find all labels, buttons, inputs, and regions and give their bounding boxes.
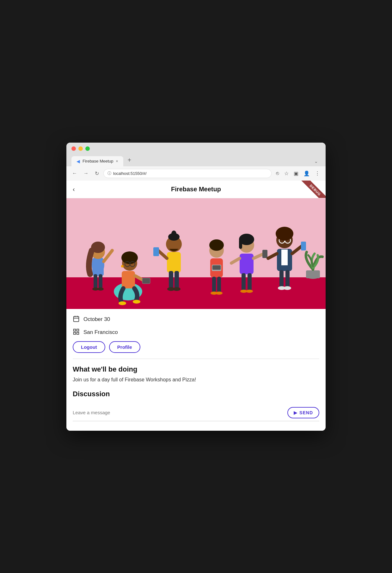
send-label: SEND bbox=[299, 410, 313, 415]
debug-ribbon: DEBUG bbox=[298, 181, 326, 198]
svg-rect-37 bbox=[212, 277, 216, 293]
svg-point-58 bbox=[276, 227, 293, 241]
svg-rect-2 bbox=[92, 258, 104, 276]
svg-rect-5 bbox=[94, 274, 97, 288]
content-section: What we'll be doing Join us for a day fu… bbox=[66, 365, 326, 407]
security-icon: ⓘ bbox=[107, 171, 111, 176]
svg-rect-62 bbox=[279, 270, 284, 287]
svg-rect-11 bbox=[122, 271, 135, 288]
tabs-chevron[interactable]: ⌄ bbox=[312, 156, 321, 166]
svg-point-51 bbox=[246, 290, 253, 293]
svg-rect-67 bbox=[306, 270, 320, 278]
svg-rect-22 bbox=[167, 252, 181, 273]
svg-point-8 bbox=[97, 287, 104, 291]
svg-rect-26 bbox=[169, 271, 173, 288]
debug-label: DEBUG bbox=[302, 181, 326, 198]
info-section: October 30 San Francisco Logout Profile bbox=[66, 309, 326, 359]
toolbar-actions: ⎋ ☆ ▣ 👤 ⋮ bbox=[274, 169, 322, 178]
app-title: Firebase Meetup bbox=[171, 186, 221, 193]
active-tab[interactable]: ◀ Firebase Meetup × bbox=[71, 156, 123, 166]
svg-point-40 bbox=[216, 292, 223, 295]
tab-favicon: ◀ bbox=[77, 159, 80, 164]
svg-rect-53 bbox=[281, 250, 288, 265]
svg-rect-6 bbox=[99, 274, 102, 288]
svg-rect-46 bbox=[262, 250, 267, 258]
svg-rect-68 bbox=[74, 316, 79, 322]
message-row: ▶ SEND bbox=[73, 407, 319, 421]
svg-point-29 bbox=[173, 287, 181, 291]
traffic-lights bbox=[71, 146, 321, 151]
action-buttons: Logout Profile bbox=[73, 341, 319, 353]
browser-tabs: ◀ Firebase Meetup × + ⌄ bbox=[71, 154, 321, 166]
svg-rect-74 bbox=[77, 332, 79, 334]
svg-line-47 bbox=[231, 258, 240, 263]
what-heading: What we'll be doing bbox=[73, 365, 319, 373]
message-input[interactable] bbox=[73, 407, 284, 418]
address-bar[interactable]: ⓘ localhost:51550/#/ bbox=[103, 169, 272, 178]
reader-view-icon[interactable]: ▣ bbox=[292, 169, 300, 178]
app-content: ‹ Firebase Meetup DEBUG bbox=[66, 181, 326, 431]
send-button[interactable]: ▶ SEND bbox=[287, 407, 319, 418]
svg-rect-49 bbox=[248, 273, 252, 291]
send-icon: ▶ bbox=[294, 410, 297, 415]
location-row: San Francisco bbox=[73, 328, 319, 337]
svg-point-25 bbox=[171, 231, 176, 237]
svg-line-59 bbox=[292, 246, 302, 254]
svg-rect-41 bbox=[240, 254, 254, 274]
event-location: San Francisco bbox=[83, 329, 118, 336]
svg-line-61 bbox=[268, 254, 277, 258]
calendar-icon bbox=[73, 315, 80, 324]
svg-rect-36 bbox=[212, 265, 221, 270]
new-tab-btn[interactable]: + bbox=[124, 154, 135, 166]
svg-point-34 bbox=[209, 239, 224, 251]
refresh-button[interactable]: ↻ bbox=[93, 169, 101, 178]
traffic-light-close[interactable] bbox=[71, 146, 76, 151]
svg-point-65 bbox=[284, 286, 291, 290]
more-options-icon[interactable]: ⋮ bbox=[313, 169, 322, 178]
svg-rect-73 bbox=[77, 329, 79, 331]
app-header: ‹ Firebase Meetup DEBUG bbox=[66, 181, 326, 198]
browser-toolbar: ← → ↻ ⓘ localhost:51550/#/ ⎋ ☆ ▣ 👤 ⋮ bbox=[66, 166, 326, 181]
svg-point-18 bbox=[119, 301, 126, 305]
browser-window: ◀ Firebase Meetup × + ⌄ ← → ↻ ⓘ localhos… bbox=[66, 143, 326, 431]
svg-line-9 bbox=[104, 250, 112, 262]
svg-line-30 bbox=[158, 250, 167, 258]
svg-rect-31 bbox=[153, 247, 159, 256]
svg-rect-27 bbox=[175, 271, 179, 288]
discussion-section: ▶ SEND bbox=[66, 407, 326, 431]
app-back-button[interactable]: ‹ bbox=[73, 186, 75, 193]
logout-button[interactable]: Logout bbox=[73, 341, 105, 353]
svg-point-19 bbox=[133, 300, 140, 304]
back-button[interactable]: ← bbox=[70, 169, 79, 177]
browser-titlebar: ◀ Firebase Meetup × + ⌄ bbox=[66, 143, 326, 166]
traffic-light-maximize[interactable] bbox=[85, 146, 90, 151]
discussion-heading: Discussion bbox=[73, 390, 319, 398]
event-date: October 30 bbox=[83, 316, 110, 323]
date-row: October 30 bbox=[73, 315, 319, 324]
svg-rect-44 bbox=[239, 239, 242, 249]
traffic-light-minimize[interactable] bbox=[78, 146, 83, 151]
svg-rect-38 bbox=[217, 277, 221, 293]
forward-button[interactable]: → bbox=[82, 169, 90, 177]
svg-point-17 bbox=[121, 265, 124, 268]
svg-rect-21 bbox=[142, 278, 150, 284]
svg-point-13 bbox=[121, 251, 138, 264]
what-body: Join us for a day full of Firebase Works… bbox=[73, 376, 319, 384]
url-text: localhost:51550/#/ bbox=[113, 171, 147, 176]
svg-rect-60 bbox=[301, 242, 306, 250]
share-icon[interactable]: ⎋ bbox=[274, 169, 281, 177]
section-divider bbox=[73, 359, 319, 359]
svg-rect-63 bbox=[285, 270, 290, 287]
svg-rect-75 bbox=[74, 332, 76, 334]
profile-icon[interactable]: 👤 bbox=[302, 169, 312, 178]
tab-title: Firebase Meetup bbox=[83, 159, 113, 163]
bookmark-icon[interactable]: ☆ bbox=[282, 169, 291, 178]
tab-close-btn[interactable]: × bbox=[116, 159, 118, 163]
svg-rect-48 bbox=[242, 273, 246, 291]
profile-button[interactable]: Profile bbox=[109, 341, 140, 353]
hero-image bbox=[66, 198, 326, 309]
svg-rect-72 bbox=[74, 329, 76, 331]
location-icon bbox=[73, 328, 80, 337]
hero-illustration bbox=[66, 198, 326, 309]
